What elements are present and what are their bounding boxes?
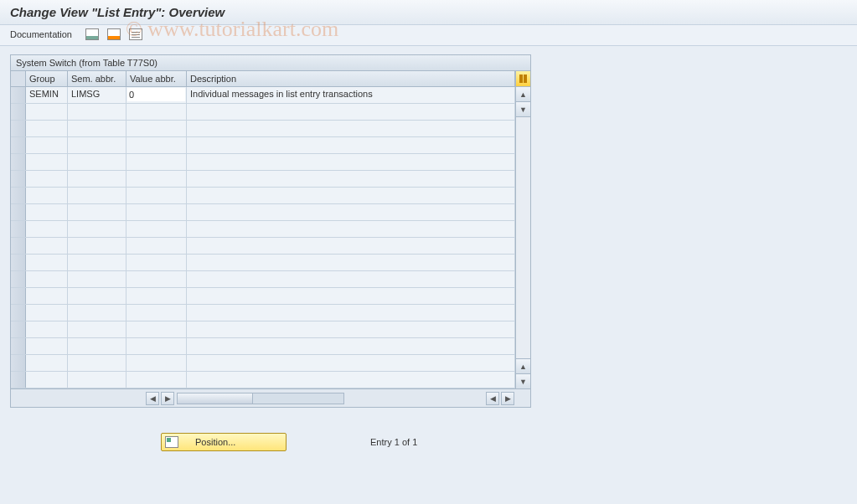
- row-selector[interactable]: [11, 188, 26, 203]
- row-selector[interactable]: [11, 121, 26, 136]
- table-row[interactable]: [11, 204, 515, 221]
- collapse-all-icon[interactable]: [107, 28, 121, 40]
- scroll-right-icon[interactable]: ▶: [501, 392, 514, 405]
- col-header-description[interactable]: Description: [187, 71, 515, 86]
- hscroll-track[interactable]: [177, 393, 344, 404]
- scroll-down-icon[interactable]: ▼: [516, 373, 530, 388]
- grid-body: SEMIN LIMSG Individual messages in list …: [11, 87, 515, 388]
- col-header-value-abbr[interactable]: Value abbr.: [126, 71, 187, 86]
- scroll-track[interactable]: [516, 117, 530, 358]
- entry-status: Entry 1 of 1: [370, 437, 417, 447]
- scroll-up-step-icon[interactable]: ▲: [516, 358, 530, 373]
- row-selector[interactable]: [11, 271, 26, 287]
- table-row[interactable]: [11, 154, 515, 171]
- table-row[interactable]: SEMIN LIMSG Individual messages in list …: [11, 87, 515, 104]
- cell-description: Individual messages in list entry transa…: [187, 87, 515, 103]
- table-row[interactable]: [11, 338, 515, 355]
- cell-group: SEMIN: [26, 87, 68, 103]
- table-row[interactable]: [11, 137, 515, 154]
- svg-rect-1: [524, 75, 527, 83]
- title-bar: Change View "List Entry": Overview: [0, 0, 857, 25]
- row-selector[interactable]: [11, 321, 26, 337]
- position-button[interactable]: Position...: [161, 433, 287, 451]
- grid-header-row: Group Sem. abbr. Value abbr. Description: [11, 71, 530, 87]
- expand-all-icon[interactable]: [85, 28, 99, 40]
- grid-body-wrap: SEMIN LIMSG Individual messages in list …: [11, 87, 530, 388]
- row-selector[interactable]: [11, 255, 26, 270]
- table-row[interactable]: [11, 288, 515, 305]
- value-abbr-input[interactable]: [127, 88, 185, 101]
- grid-title: System Switch (from Table T77S0): [11, 55, 530, 71]
- cell-value-abbr: [126, 87, 187, 103]
- table-row[interactable]: [11, 104, 515, 121]
- table-row[interactable]: [11, 271, 515, 288]
- row-selector[interactable]: [11, 154, 26, 170]
- table-row[interactable]: [11, 305, 515, 321]
- row-selector[interactable]: [11, 221, 26, 237]
- row-selector[interactable]: [11, 87, 26, 103]
- vertical-scrollbar[interactable]: ▲ ▼ ▲ ▼: [515, 87, 530, 388]
- cell-sem-abbr: LIMSG: [68, 87, 126, 103]
- row-selector[interactable]: [11, 238, 26, 254]
- table-row[interactable]: [11, 188, 515, 204]
- page-title: Change View "List Entry": Overview: [10, 5, 225, 19]
- row-selector[interactable]: [11, 372, 26, 388]
- row-selector[interactable]: [11, 288, 26, 304]
- position-icon: [165, 436, 178, 448]
- scroll-down-step-icon[interactable]: ▼: [516, 102, 530, 117]
- svg-rect-0: [519, 75, 523, 83]
- table-row[interactable]: [11, 255, 515, 271]
- table-row[interactable]: [11, 321, 515, 338]
- scroll-right-step-icon[interactable]: ▶: [161, 392, 174, 405]
- table-row[interactable]: [11, 221, 515, 238]
- hscroll-thumb[interactable]: [178, 393, 253, 404]
- position-label: Position...: [195, 437, 282, 447]
- table-row[interactable]: [11, 238, 515, 255]
- row-selector-header[interactable]: [11, 71, 26, 86]
- row-selector[interactable]: [11, 355, 26, 371]
- row-selector[interactable]: [11, 204, 26, 220]
- row-selector[interactable]: [11, 137, 26, 153]
- select-all-icon[interactable]: [129, 28, 142, 40]
- table-row[interactable]: [11, 171, 515, 188]
- documentation-label[interactable]: Documentation: [10, 29, 72, 39]
- scroll-left-icon[interactable]: ◀: [146, 392, 159, 405]
- scroll-up-icon[interactable]: ▲: [516, 87, 530, 102]
- row-selector[interactable]: [11, 104, 26, 120]
- grid-container: System Switch (from Table T77S0) Group S…: [10, 54, 531, 408]
- col-header-group[interactable]: Group: [26, 71, 68, 86]
- row-selector[interactable]: [11, 171, 26, 187]
- table-row[interactable]: [11, 372, 515, 388]
- grid-footer: ◀ ▶ ◀ ▶: [11, 388, 530, 407]
- scroll-left-end-icon[interactable]: ◀: [486, 392, 499, 405]
- row-selector[interactable]: [11, 338, 26, 354]
- col-header-sem-abbr[interactable]: Sem. abbr.: [68, 71, 126, 86]
- toolbar: Documentation: [0, 25, 857, 46]
- content-area: System Switch (from Table T77S0) Group S…: [0, 46, 857, 460]
- table-settings-icon[interactable]: [515, 71, 530, 86]
- table-row[interactable]: [11, 355, 515, 372]
- row-selector[interactable]: [11, 305, 26, 321]
- table-row[interactable]: [11, 121, 515, 137]
- footer-bar: Position... Entry 1 of 1: [10, 433, 847, 451]
